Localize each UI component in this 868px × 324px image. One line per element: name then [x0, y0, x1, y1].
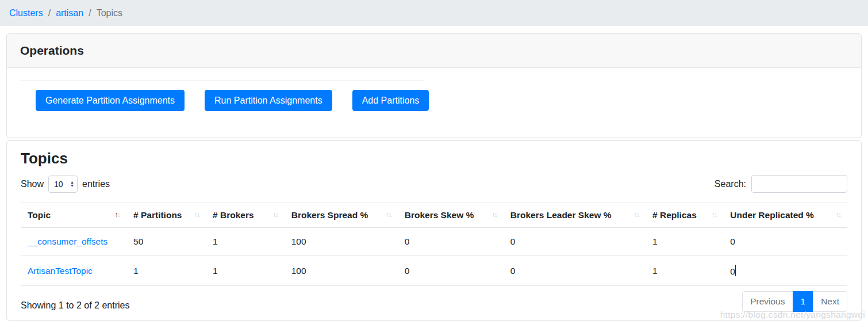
search-label: Search:: [715, 179, 746, 189]
table-cell: 0: [398, 256, 504, 286]
column-header-under-replicated[interactable]: ↑↓Under Replicated %: [723, 203, 847, 228]
show-label: Show: [21, 179, 44, 189]
table-cell: 100: [285, 256, 398, 286]
table-cell: 50: [126, 228, 206, 256]
column-header-brokers-skew[interactable]: ↑↓Brokers Skew %: [398, 203, 504, 228]
table-cell: __consumer_offsets: [21, 228, 126, 256]
table-cell: 0: [398, 228, 504, 256]
entries-label: entries: [82, 179, 110, 189]
table-row: __consumer_offsets5011000010: [21, 228, 847, 256]
page-size-select[interactable]: 10: [48, 176, 78, 193]
add-partitions-button[interactable]: Add Partitions: [352, 90, 429, 111]
column-header-label: # Replicas: [652, 210, 697, 220]
table-cell: 1: [206, 228, 285, 256]
column-header-label: Brokers Skew %: [405, 210, 474, 220]
table-summary: Showing 1 to 2 of 2 entries: [21, 300, 129, 311]
breadcrumb-separator: /: [48, 8, 51, 18]
topic-link-consumer-offsets[interactable]: __consumer_offsets: [28, 237, 107, 246]
table-cell: 1: [646, 228, 723, 256]
table-controls: Show 10 ▲▼ entries Search:: [21, 175, 847, 193]
column-header-brokers[interactable]: ↑↓# Brokers: [206, 203, 285, 228]
breadcrumb-item-artisan[interactable]: artisan: [56, 8, 83, 18]
table-cell: ArtisanTestTopic: [21, 256, 126, 286]
sort-icon: ↑↓: [634, 211, 639, 219]
table-cell: 0: [504, 256, 646, 286]
page-size-control: Show 10 ▲▼ entries: [21, 176, 110, 193]
table-cell: 1: [206, 256, 285, 286]
table-cell: 1: [646, 256, 723, 286]
column-header-label: # Brokers: [213, 210, 254, 220]
table-cell: 0: [504, 228, 646, 256]
column-header-label: Under Replicated %: [730, 210, 814, 220]
table-cell: 0: [723, 256, 847, 286]
topics-panel-body: Topics Show 10 ▲▼ entries Search: ↑↓Topi…: [7, 141, 861, 320]
page-size-select-wrap: 10 ▲▼: [48, 176, 78, 193]
text-caret: [735, 265, 736, 276]
pagination-page-1-item: 1: [793, 291, 814, 312]
generate-partition-assignments-button[interactable]: Generate Partition Assignments: [36, 90, 185, 111]
column-header-label: Brokers Spread %: [291, 210, 368, 220]
breadcrumb: Clusters/artisan/Topics: [0, 0, 868, 26]
operations-panel-body: Generate Partition AssignmentsRun Partit…: [7, 81, 861, 138]
sort-icon: ↑↓: [491, 211, 497, 219]
column-header-partitions[interactable]: ↑↓# Partitions: [126, 203, 206, 228]
table-header-row: ↑↓Topic↑↓# Partitions↑↓# Brokers↑↓Broker…: [21, 203, 847, 228]
column-header-topic[interactable]: ↑↓Topic: [21, 203, 126, 228]
pagination-next-item: Next: [813, 291, 847, 312]
sort-icon: ↑↓: [115, 211, 120, 219]
operations-panel: Operations Generate Partition Assignment…: [6, 33, 862, 138]
pagination-page-1[interactable]: 1: [793, 291, 814, 312]
table-cell: 100: [285, 228, 398, 256]
pagination: Previous1Next: [742, 291, 847, 312]
pagination-previous[interactable]: Previous: [742, 291, 793, 312]
sort-icon: ↑↓: [194, 211, 199, 219]
breadcrumb-separator: /: [89, 8, 91, 18]
topics-panel: Topics Show 10 ▲▼ entries Search: ↑↓Topi…: [6, 140, 862, 321]
sort-icon: ↑↓: [272, 211, 278, 219]
pagination-previous-item: Previous: [742, 291, 793, 312]
table-footer: Showing 1 to 2 of 2 entries Previous1Nex…: [21, 286, 847, 312]
search-control: Search:: [715, 175, 847, 193]
operations-buttons: Generate Partition AssignmentsRun Partit…: [36, 90, 847, 111]
divider: [21, 81, 425, 81]
topics-title: Topics: [21, 150, 847, 167]
table-cell: 1: [126, 256, 206, 286]
column-header-brokers-leader-skew[interactable]: ↑↓Brokers Leader Skew %: [504, 203, 646, 228]
column-header-replicas[interactable]: ↑↓# Replicas: [646, 203, 723, 228]
column-header-brokers-spread[interactable]: ↑↓Brokers Spread %: [285, 203, 398, 228]
table-cell: 0: [723, 228, 847, 256]
table-row: ArtisanTestTopic111000010: [21, 256, 847, 286]
pagination-next[interactable]: Next: [813, 291, 847, 312]
topics-table: ↑↓Topic↑↓# Partitions↑↓# Brokers↑↓Broker…: [21, 203, 847, 286]
search-input[interactable]: [751, 175, 847, 193]
operations-panel-title: Operations: [7, 34, 861, 68]
column-header-label: Topic: [28, 210, 51, 220]
sort-icon: ↑↓: [712, 211, 717, 219]
breadcrumb-item-clusters[interactable]: Clusters: [9, 8, 43, 18]
sort-icon: ↑↓: [836, 211, 841, 219]
column-header-label: # Partitions: [133, 210, 182, 220]
run-partition-assignments-button[interactable]: Run Partition Assignments: [205, 90, 332, 111]
column-header-label: Brokers Leader Skew %: [510, 210, 612, 220]
breadcrumb-item-topics: Topics: [97, 8, 122, 18]
topic-link-artisantesttopic[interactable]: ArtisanTestTopic: [28, 266, 93, 276]
sort-icon: ↑↓: [386, 211, 391, 219]
